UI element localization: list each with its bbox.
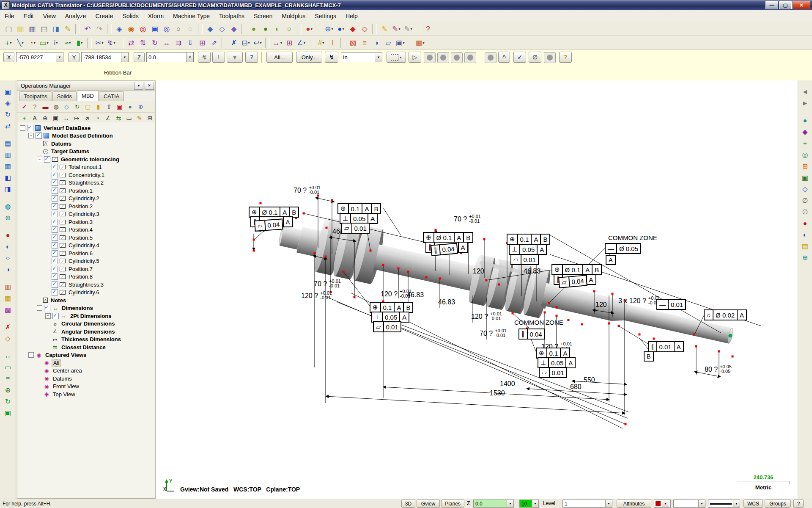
checked-checkbox[interactable] xyxy=(52,179,58,186)
dropdown-arrow-icon[interactable]: ▾ xyxy=(248,41,250,45)
pan-icon[interactable]: ◈ xyxy=(113,23,125,35)
checked-checkbox[interactable] xyxy=(52,289,58,295)
x-label[interactable]: X xyxy=(3,52,14,62)
verisurf-sphere-red-icon[interactable]: ● xyxy=(800,218,811,229)
color-field[interactable]: 10▼ xyxy=(519,500,539,508)
graphics-viewport[interactable]: Y X Gview:Not Saved WCS:TOP Cplane:TOP 2… xyxy=(156,80,798,499)
repaint-icon[interactable]: ◆ xyxy=(204,23,216,35)
wcs-tool-icon[interactable]: ⊕ xyxy=(3,213,14,223)
menu-settings[interactable]: Settings xyxy=(310,11,341,21)
zoom-window-icon[interactable]: ▣ xyxy=(149,23,161,35)
tree-item-captured-views[interactable]: −◉Captured Views xyxy=(17,351,155,359)
dim-circular-icon[interactable]: ⌀ xyxy=(82,113,93,123)
snapshot-tool-icon[interactable]: ▣ xyxy=(3,408,14,418)
cube-wireframe-icon[interactable]: ◇ xyxy=(61,102,72,112)
dropdown-arrow-icon[interactable]: ▾ xyxy=(332,27,333,31)
dim-2pt-icon[interactable]: ↔ xyxy=(61,113,71,123)
verisurf-plane-icon[interactable]: ▣ xyxy=(800,172,811,183)
select-all-button[interactable]: All... xyxy=(266,52,293,63)
checked-checkbox[interactable] xyxy=(52,164,58,170)
dropdown-arrow-icon[interactable]: ▾ xyxy=(280,41,282,45)
checked-checkbox[interactable] xyxy=(27,125,33,131)
break-entities-icon[interactable]: ↯▾ xyxy=(105,37,117,49)
tree-item-cylindricity-6[interactable]: ∕Cylindricity.6 xyxy=(17,289,155,297)
line-style-dropdown[interactable]: ▼ xyxy=(673,500,705,508)
menu-screen[interactable]: Screen xyxy=(249,11,277,21)
collapse-panel-icon[interactable]: ◄ xyxy=(800,86,811,97)
dropdown-arrow-icon[interactable]: ▼ xyxy=(507,500,513,507)
select-mask-1-button[interactable] xyxy=(451,52,463,63)
selection-clear-button[interactable]: ∅ xyxy=(529,52,541,63)
menu-moldplus[interactable]: Moldplus xyxy=(277,11,310,21)
document-search-icon[interactable]: ◨ xyxy=(50,23,62,35)
dropdown-arrow-icon[interactable]: ▾ xyxy=(56,41,58,45)
checked-checkbox[interactable] xyxy=(52,188,58,194)
zoom-out-icon[interactable]: ○ xyxy=(173,23,184,35)
gview-top-icon[interactable]: ▤ xyxy=(3,138,14,149)
menu-machine-type[interactable]: Machine Type xyxy=(168,11,214,21)
checked-checkbox[interactable] xyxy=(52,226,58,233)
checked-checkbox[interactable] xyxy=(52,211,58,217)
collapse-icon[interactable]: − xyxy=(37,157,42,162)
verisurf-grid-icon[interactable]: ⊞ xyxy=(800,161,811,171)
tree-item-closest-distance[interactable]: ⇆Closest Distance xyxy=(17,343,155,351)
edit-sketch-icon[interactable]: ✎ xyxy=(62,23,74,35)
dropdown-arrow-icon[interactable]: ▼ xyxy=(121,52,128,62)
menu-create[interactable]: Create xyxy=(91,11,118,21)
fastpoint-button[interactable]: ↯ xyxy=(198,52,211,63)
checked-checkbox[interactable] xyxy=(52,313,59,319)
dropdown-arrow-icon[interactable]: ▾ xyxy=(399,27,401,31)
point-style-dropdown[interactable]: ▼ xyxy=(654,500,671,508)
multi-attribute-edit-icon[interactable]: ✎▾ xyxy=(390,23,402,35)
menu-solids[interactable]: Solids xyxy=(118,11,143,21)
statistics-tool-icon[interactable]: ≡ xyxy=(3,373,14,384)
create-drafting-icon[interactable]: i▾ xyxy=(50,37,62,49)
minimize-button[interactable]: — xyxy=(765,1,778,9)
create-spline-icon[interactable]: ≈▾ xyxy=(62,37,74,49)
collapse-icon[interactable]: − xyxy=(28,133,34,138)
dropdown-arrow-icon[interactable]: ▾ xyxy=(343,27,344,31)
print-icon[interactable]: ▤ xyxy=(38,23,50,35)
tree-item-notes[interactable]: ANotes xyxy=(17,296,155,304)
shade-translucent-icon[interactable]: ◐ xyxy=(272,23,283,35)
tree-item-geometric-tolerancing[interactable]: −∕Geometric tolerancing xyxy=(17,155,155,163)
xform-scale-icon[interactable]: ↔ xyxy=(161,37,173,49)
checked-checkbox[interactable] xyxy=(52,203,58,210)
hide-tool-icon[interactable]: ◇ xyxy=(3,333,14,344)
attributes-button[interactable]: Attributes xyxy=(617,500,651,508)
view-fit-icon[interactable]: ▣ xyxy=(3,86,14,97)
view-3d-icon[interactable]: ▣ xyxy=(114,102,125,112)
attribute-edit-icon[interactable]: ✎▾ xyxy=(402,23,414,35)
verisurf-half-icon[interactable]: ◐ xyxy=(800,229,811,240)
checked-checkbox[interactable] xyxy=(52,266,58,272)
expand-panel-icon[interactable]: ► xyxy=(800,98,811,108)
tree-item-datums[interactable]: ◉Datums xyxy=(17,375,155,383)
wcs-button[interactable]: WCS xyxy=(743,500,763,508)
regen-tool-icon[interactable]: ↻ xyxy=(3,396,14,407)
checked-checkbox[interactable] xyxy=(44,305,50,311)
dropdown-arrow-icon[interactable]: ▾ xyxy=(81,41,82,45)
dropdown-arrow-icon[interactable]: ▾ xyxy=(10,41,11,45)
solid-history-icon[interactable]: ◇ xyxy=(359,23,370,35)
xform-offset-icon[interactable]: ⇉ xyxy=(173,37,184,49)
tree-item-cylindricity-4[interactable]: ∕Cylindricity.4 xyxy=(17,242,155,250)
tree-item-position-7[interactable]: ∕Position.7 xyxy=(17,265,155,273)
dropdown-arrow-icon[interactable]: ▼ xyxy=(698,500,705,507)
axes-tool-icon[interactable]: ⊕ xyxy=(3,385,14,395)
analyze-angle-icon[interactable]: ∠▾ xyxy=(295,37,307,49)
collapse-icon[interactable]: − xyxy=(28,352,34,358)
dim-radius-icon[interactable]: ◔ xyxy=(92,113,103,123)
checked-checkbox[interactable] xyxy=(52,172,58,178)
xform-project-icon[interactable]: ⇓ xyxy=(184,37,196,49)
screen-combine-icon[interactable]: ▣▾ xyxy=(394,37,406,49)
level-mask-icon[interactable]: ▥ xyxy=(3,282,14,292)
collapse-icon[interactable]: − xyxy=(37,305,42,311)
color-cycle-icon[interactable]: ▩ xyxy=(3,304,14,315)
verisurf-cube-icon[interactable]: ◇ xyxy=(800,184,811,194)
align-tool-icon[interactable]: ⊕ xyxy=(135,102,146,112)
select-mask-3-button[interactable] xyxy=(485,52,497,63)
verify-icon[interactable]: ✔ xyxy=(19,102,30,112)
dropdown-arrow-icon[interactable]: ▾ xyxy=(114,41,115,45)
wireframe-icon[interactable]: ○ xyxy=(283,23,295,35)
gview-front-icon[interactable]: ▥ xyxy=(3,149,14,160)
